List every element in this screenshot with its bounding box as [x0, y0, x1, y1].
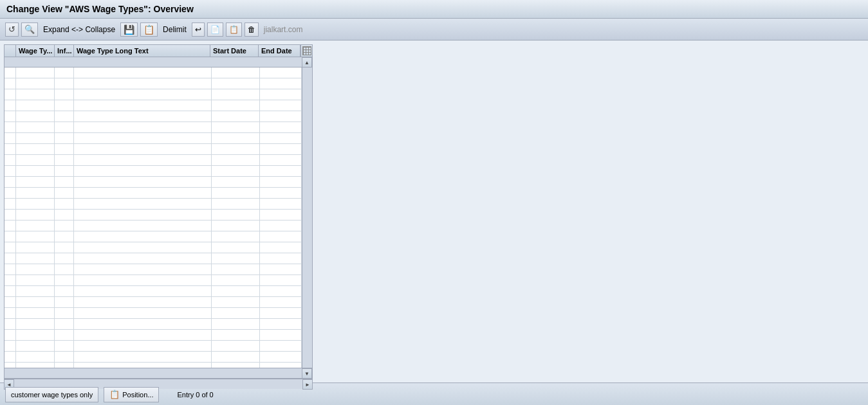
cell-wagelong — [74, 111, 212, 122]
cell-rownum — [5, 231, 16, 242]
table-row[interactable] — [5, 363, 302, 368]
table-row[interactable] — [5, 68, 302, 78]
table-row[interactable] — [5, 133, 302, 144]
table-row[interactable] — [5, 111, 302, 122]
table-row[interactable] — [5, 155, 302, 166]
scroll-up-arrow[interactable]: ▲ — [302, 57, 312, 68]
copy-button[interactable]: 📄 — [207, 22, 223, 37]
cell-enddate — [260, 89, 302, 100]
table-row[interactable] — [5, 177, 302, 188]
entry-count: Entry 0 of 0 — [177, 391, 213, 399]
title-bar: Change View "AWS Wage Types": Overview — [0, 0, 868, 19]
cell-rownum — [5, 144, 16, 154]
cell-wagety — [16, 319, 55, 329]
table-row[interactable] — [5, 199, 302, 210]
position-icon: 📋 — [109, 390, 120, 399]
cell-inf — [55, 330, 74, 340]
delimit-button[interactable]: Delimit — [160, 24, 189, 35]
table-row[interactable] — [5, 210, 302, 221]
table-row[interactable] — [5, 253, 302, 264]
cell-enddate — [260, 199, 302, 209]
customer-wage-types-button[interactable]: customer wage types only — [5, 387, 98, 402]
table-body — [5, 68, 302, 368]
cell-startdate — [212, 100, 260, 111]
cell-wagelong — [74, 308, 212, 318]
cell-enddate — [260, 155, 302, 165]
scroll-right-arrow[interactable]: ► — [302, 379, 313, 390]
table-row[interactable] — [5, 166, 302, 177]
cell-wagelong — [74, 177, 212, 187]
cell-wagety — [16, 242, 55, 253]
table-row[interactable] — [5, 297, 302, 308]
cell-rownum — [5, 166, 16, 176]
table-row[interactable] — [5, 275, 302, 286]
cell-rownum — [5, 275, 16, 285]
save-local-button[interactable]: 📋 — [140, 22, 158, 37]
table-settings-icon[interactable] — [300, 45, 312, 57]
table-row[interactable] — [5, 286, 302, 297]
refresh-button[interactable]: ↺ — [5, 22, 19, 37]
col-header-startdate[interactable]: Start Date — [210, 45, 259, 57]
table-row[interactable] — [5, 78, 302, 89]
table-row[interactable] — [5, 341, 302, 352]
cell-enddate — [260, 242, 302, 253]
cell-wagelong — [74, 78, 212, 89]
position-label: Position... — [122, 391, 153, 399]
cell-startdate — [212, 111, 260, 122]
table-row[interactable] — [5, 264, 302, 275]
table-row[interactable] — [5, 231, 302, 242]
cell-inf — [55, 242, 74, 253]
table-row[interactable] — [5, 319, 302, 330]
table-row[interactable] — [5, 330, 302, 341]
table-row[interactable] — [5, 221, 302, 231]
cell-startdate — [212, 264, 260, 274]
cell-enddate — [260, 210, 302, 220]
cell-inf — [55, 210, 74, 220]
cell-wagelong — [74, 341, 212, 351]
find-button[interactable]: 🔍 — [21, 22, 38, 37]
table-row[interactable] — [5, 352, 302, 363]
scroll-down-arrow[interactable]: ▼ — [302, 368, 312, 379]
cell-startdate — [212, 253, 260, 264]
col-header-wagety[interactable]: Wage Ty... — [16, 45, 55, 57]
col-header-inf[interactable]: Inf... — [55, 45, 74, 57]
cell-startdate — [212, 166, 260, 176]
table-row[interactable] — [5, 100, 302, 111]
cell-wagety — [16, 155, 55, 165]
cell-wagety — [16, 188, 55, 198]
cell-rownum — [5, 111, 16, 122]
cell-wagelong — [74, 221, 212, 231]
cell-wagelong — [74, 210, 212, 220]
col-header-rownum — [5, 45, 16, 57]
save-button[interactable]: 💾 — [120, 22, 138, 37]
cell-rownum — [5, 330, 16, 340]
cell-rownum — [5, 78, 16, 89]
delete-button[interactable]: 🗑 — [245, 22, 259, 37]
cell-enddate — [260, 188, 302, 198]
find-icon: 🔍 — [24, 24, 35, 34]
col-header-enddate[interactable]: End Date — [259, 45, 300, 57]
cell-wagety — [16, 177, 55, 187]
cell-startdate — [212, 330, 260, 340]
col-header-wagelong[interactable]: Wage Type Long Text — [74, 45, 210, 57]
cell-inf — [55, 319, 74, 329]
cell-wagety — [16, 78, 55, 89]
table-row[interactable] — [5, 144, 302, 155]
table-row[interactable] — [5, 308, 302, 319]
cell-wagety — [16, 210, 55, 220]
position-button[interactable]: 📋 Position... — [104, 387, 159, 402]
vertical-scrollbar[interactable] — [302, 68, 312, 368]
cell-wagelong — [74, 155, 212, 165]
table-row[interactable] — [5, 188, 302, 199]
table-row[interactable] — [5, 122, 302, 133]
paste-button[interactable]: 📋 — [226, 22, 242, 37]
cell-wagelong — [74, 100, 212, 111]
cell-enddate — [260, 144, 302, 154]
expand-collapse-button[interactable]: Expand <-> Collapse — [41, 24, 118, 35]
table-row[interactable] — [5, 89, 302, 100]
table-row[interactable] — [5, 242, 302, 253]
undo-button[interactable]: ↩ — [192, 22, 205, 37]
cell-wagelong — [74, 133, 212, 143]
cell-enddate — [260, 231, 302, 242]
copy-icon: 📄 — [210, 25, 220, 34]
